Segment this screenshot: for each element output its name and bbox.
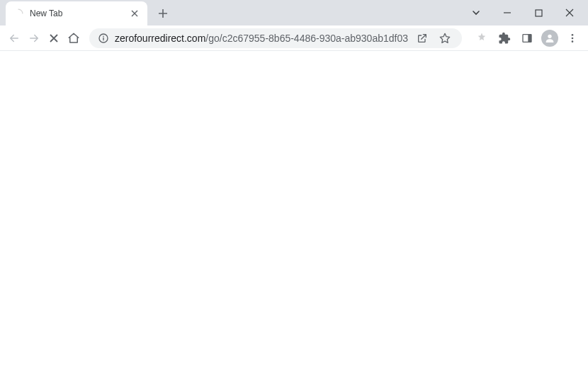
profile-button[interactable] xyxy=(540,28,560,48)
extensions-area xyxy=(472,28,582,48)
svg-point-7 xyxy=(572,34,574,36)
maximize-button[interactable] xyxy=(528,6,548,20)
tab-title: New Tab xyxy=(30,8,129,18)
stop-reload-button[interactable] xyxy=(45,28,62,48)
site-info-icon[interactable] xyxy=(98,33,109,44)
svg-rect-0 xyxy=(536,10,542,16)
minimize-button[interactable] xyxy=(497,6,517,20)
url-text: zerofourredirect.com/go/c2c67955-8b65-44… xyxy=(115,33,408,44)
close-tab-button[interactable] xyxy=(129,8,140,19)
toolbar: zerofourredirect.com/go/c2c67955-8b65-44… xyxy=(0,25,588,51)
tab-search-button[interactable] xyxy=(466,6,486,20)
side-panel-icon[interactable] xyxy=(517,28,537,48)
avatar-icon xyxy=(541,30,558,47)
forward-button[interactable] xyxy=(26,28,43,48)
browser-tab[interactable]: New Tab xyxy=(6,1,147,25)
extension-button-1[interactable] xyxy=(472,28,492,48)
back-button[interactable] xyxy=(6,28,23,48)
new-tab-button[interactable] xyxy=(153,4,173,23)
menu-button[interactable] xyxy=(562,28,582,48)
bookmark-icon[interactable] xyxy=(436,30,453,47)
url-path: /go/c2c67955-8b65-4486-930a-ab930ab1df03 xyxy=(205,33,408,44)
extensions-menu-icon[interactable] xyxy=(494,28,514,48)
window-controls xyxy=(458,0,588,25)
page-content xyxy=(0,51,588,381)
close-window-button[interactable] xyxy=(560,6,579,20)
home-button[interactable] xyxy=(65,28,82,48)
svg-point-8 xyxy=(572,37,574,39)
svg-rect-5 xyxy=(528,34,531,42)
svg-point-6 xyxy=(548,34,551,38)
address-bar[interactable]: zerofourredirect.com/go/c2c67955-8b65-44… xyxy=(89,28,462,48)
svg-point-9 xyxy=(572,40,574,42)
titlebar: New Tab xyxy=(0,0,588,25)
share-icon[interactable] xyxy=(414,30,431,47)
url-domain: zerofourredirect.com xyxy=(115,33,205,44)
loading-icon xyxy=(13,8,24,19)
